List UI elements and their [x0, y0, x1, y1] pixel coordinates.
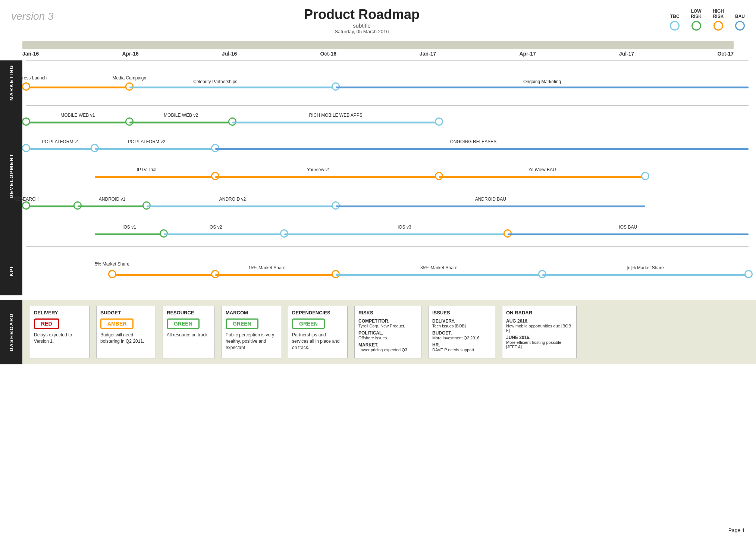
- road-circle: [22, 201, 30, 210]
- timeline-label: Oct-17: [717, 51, 734, 57]
- road-circle: [435, 117, 443, 126]
- card-title: RESOURCE: [167, 310, 211, 315]
- road-circle: [108, 270, 116, 278]
- road-circle: [641, 172, 649, 180]
- road-label: ANDROID BAU: [475, 197, 506, 202]
- subtitle: subtitle: [304, 22, 420, 29]
- status-badge: GREEN: [167, 318, 200, 329]
- road-label: ONGOING RELEASES: [450, 139, 497, 144]
- swimlanes: Press LaunchMedia CampaignCelebrity Part…: [22, 60, 756, 295]
- road-label: ANDROID v1: [99, 197, 125, 202]
- timeline-label: Jul-16: [222, 51, 237, 57]
- section-subtitle: JUNE 2016.: [506, 335, 573, 340]
- road-label: ANDROID v2: [219, 197, 246, 202]
- road-circle: [22, 144, 30, 152]
- card-title: DELIVERY: [34, 310, 85, 315]
- legend-item-low-risk: LOW RISK: [691, 9, 702, 31]
- card-section: POLITICAL.Offshore issues.: [358, 330, 417, 340]
- row-labels: MARKETING DEVELOPMENT KPI: [0, 60, 22, 295]
- card-section: AUG 2016.New mobile opportunities due [B…: [506, 318, 573, 333]
- timeline-label: Apr-17: [519, 51, 536, 57]
- road-label: iOS BAU: [619, 225, 637, 230]
- main-content: MARKETING DEVELOPMENT KPI Press LaunchMe…: [0, 60, 756, 295]
- section-subtitle: POLITICAL.: [358, 330, 417, 336]
- section-subtitle: MARKET.: [358, 342, 417, 348]
- road-circle: [22, 82, 30, 91]
- status-badge: GREEN: [226, 318, 258, 329]
- road-label: RICH MOBILE WEB APPS: [309, 113, 363, 118]
- page-title: Product Roadmap: [304, 7, 420, 22]
- road-label: YouView BAU: [528, 167, 556, 172]
- timeline-label: Apr-16: [122, 51, 138, 57]
- road-label: IPTV Trial: [137, 167, 157, 172]
- legend-item-tbc: TBC: [670, 14, 680, 30]
- version-label: version 3: [11, 7, 54, 22]
- road-label: 35% Market Share: [420, 265, 457, 270]
- kpi-lane: 5% Market Share15% Market Share35% Marke…: [26, 247, 749, 295]
- section-subtitle: DELIVERY.: [432, 318, 491, 324]
- card-title: BUDGET: [100, 310, 152, 315]
- section-text: More investment Q2 2016.: [432, 336, 491, 340]
- road-label: Press Launch: [19, 75, 47, 81]
- kpi-label: KPI: [0, 247, 22, 295]
- dashboard-card-risks: RISKSCOMPETITOR.Tyrell Corp, New Product…: [354, 306, 421, 358]
- date: Saturday, 05 March 2016: [304, 29, 420, 34]
- dashboard-card-resource: RESOURCEGREENAll resource on track.: [163, 306, 215, 358]
- card-title: ISSUES: [432, 310, 491, 315]
- road-label: Celebrity Partnerships: [193, 79, 237, 84]
- road-label: Media Campaign: [112, 75, 146, 81]
- dashboard-card-issues: ISSUESDELIVERY.Tech issues [BOB]BUDGET.M…: [428, 306, 495, 358]
- dashboard-card-on-radar: ON RADARAUG 2016.New mobile opportunitie…: [502, 306, 577, 358]
- card-title: ON RADAR: [506, 310, 573, 315]
- dashboard-section: DASHBOARD DELIVERYREDDelays expected to …: [0, 300, 756, 364]
- timeline-section: Jan-16Apr-16Jul-16Oct-16Jan-17Apr-17Jul-…: [0, 41, 756, 57]
- road-label: [n]% Market Share: [627, 265, 664, 270]
- android-lane: RESEARCHANDROID v1ANDROID v2ANDROID BAU: [26, 190, 749, 218]
- ios-lane: iOS v1iOS v2iOS v3iOS BAU: [26, 218, 749, 246]
- road-label: iOS v3: [398, 225, 411, 230]
- card-title: DEPENDENCIES: [292, 310, 344, 315]
- dashboard-card-dependencies: DEPENDENCIESGREENPartnerships and servic…: [288, 306, 348, 358]
- timeline-label: Jan-16: [22, 51, 39, 57]
- road-label: iOS v1: [123, 225, 136, 230]
- dashboard-label: DASHBOARD: [0, 300, 22, 364]
- legend: TBCLOW RISKHIGH RISKBAU: [670, 7, 745, 31]
- status-badge: AMBER: [100, 318, 134, 329]
- card-section: JUNE 2016.More efficient hosting possibl…: [506, 335, 573, 349]
- dashboard-content: DELIVERYREDDelays expected to Version 1.…: [22, 300, 756, 364]
- page-header: version 3 Product Roadmap subtitle Satur…: [0, 0, 756, 38]
- section-subtitle: AUG 2016.: [506, 318, 573, 324]
- section-text: Tech issues [BOB]: [432, 324, 491, 328]
- section-subtitle: BUDGET.: [432, 330, 491, 336]
- road-label: MOBILE WEB v2: [164, 113, 198, 118]
- road-label: PC PLATFORM v1: [42, 139, 79, 144]
- card-text: Partnerships and services all in place a…: [292, 332, 344, 351]
- card-section: MARKET.Lower pricing expected Q3: [358, 342, 417, 352]
- road-label: 15% Market Share: [248, 265, 285, 270]
- card-text: All resource on track.: [167, 332, 211, 338]
- legend-item-high-risk: HIGH RISK: [713, 9, 724, 31]
- timeline-labels: Jan-16Apr-16Jul-16Oct-16Jan-17Apr-17Jul-…: [22, 51, 734, 57]
- road-label: 5% Market Share: [95, 261, 129, 267]
- road-label: RESEARCH: [14, 197, 39, 202]
- status-badge: GREEN: [292, 318, 325, 329]
- marketing-label: MARKETING: [0, 60, 22, 105]
- section-text: More efficient hosting possible [JEFF A]: [506, 340, 573, 349]
- mobile-web-lane: MOBILE WEB v1MOBILE WEB v2RICH MOBILE WE…: [26, 106, 749, 134]
- section-subtitle: HR.: [432, 342, 491, 348]
- title-block: Product Roadmap subtitle Saturday, 05 Ma…: [304, 7, 420, 34]
- section-subtitle: COMPETITOR.: [358, 318, 417, 324]
- road-label: YouView v1: [307, 167, 330, 172]
- card-section: COMPETITOR.Tyrell Corp, New Product.: [358, 318, 417, 328]
- timeline-label: Oct-16: [320, 51, 336, 57]
- road-label: MOBILE WEB v1: [60, 113, 95, 118]
- card-title: RISKS: [358, 310, 417, 315]
- legend-item-bau: BAU: [735, 14, 745, 30]
- marketing-lane: Press LaunchMedia CampaignCelebrity Part…: [26, 60, 749, 105]
- card-text: Public perception is very healthy, posit…: [226, 332, 277, 351]
- dashboard-card-budget: BUDGETAMBERBudget will need bolstering i…: [96, 306, 156, 358]
- dashboard-card-delivery: DELIVERYREDDelays expected to Version 1.: [30, 306, 90, 358]
- page-number: Page 1: [728, 527, 745, 533]
- section-text: New mobile opportunities due [BOB F]: [506, 324, 573, 333]
- development-label: DEVELOPMENT: [0, 105, 22, 247]
